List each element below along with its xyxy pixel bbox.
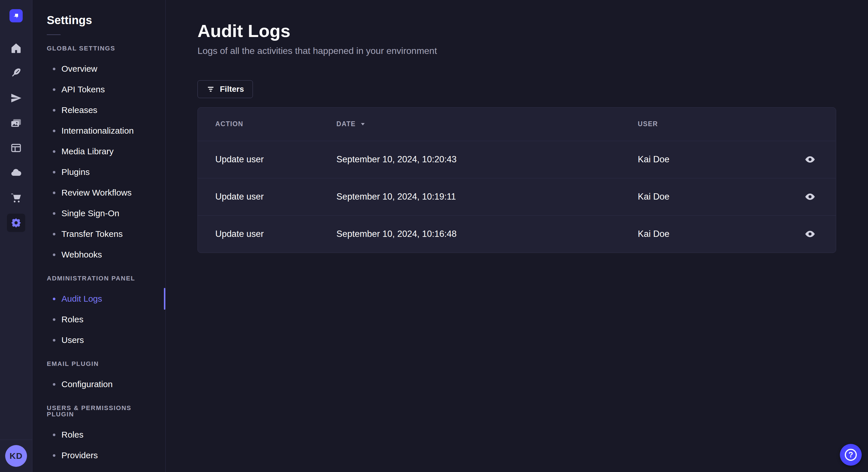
sidebar-item-label: Releases <box>61 105 97 115</box>
cell-actions <box>784 178 836 215</box>
content-manager-icon[interactable] <box>7 64 25 82</box>
nav-list: OverviewAPI TokensReleasesInternationali… <box>32 59 165 265</box>
page-title: Audit Logs <box>197 21 868 41</box>
nav-list: Configuration <box>32 374 165 395</box>
table-row[interactable]: Update userSeptember 10, 2024, 10:19:11K… <box>198 178 836 215</box>
bullet-icon <box>53 318 55 321</box>
bullet-icon <box>53 339 55 341</box>
bullet-icon <box>53 233 55 235</box>
sidebar-item-internationalization[interactable]: Internationalization <box>32 121 165 141</box>
filters-button[interactable]: Filters <box>197 80 253 98</box>
sidebar-item-roles[interactable]: Roles <box>32 309 165 330</box>
sidebar-item-label: Single Sign-On <box>61 208 119 218</box>
sidebar-item-label: Roles <box>61 314 84 324</box>
bullet-icon <box>53 454 55 457</box>
view-log-button[interactable] <box>802 151 818 167</box>
nav-list: Audit LogsRolesUsers <box>32 289 165 350</box>
table-row[interactable]: Update userSeptember 10, 2024, 10:16:48K… <box>198 215 836 252</box>
sidebar-item-label: Roles <box>61 430 84 440</box>
strapi-glyph-icon <box>12 12 20 20</box>
settings-gear-icon[interactable] <box>7 214 25 232</box>
releases-icon[interactable] <box>7 89 25 107</box>
sidebar-item-api-tokens[interactable]: API Tokens <box>32 79 165 100</box>
view-log-button[interactable] <box>802 189 818 205</box>
bullet-icon <box>53 130 55 132</box>
bullet-icon <box>53 171 55 173</box>
sidebar-item-label: Configuration <box>61 379 113 389</box>
nav-section-label-global-settings: GLOBAL SETTINGS <box>47 45 151 52</box>
audit-logs-table-card: ACTION DATE USER Update userSeptember 10… <box>197 107 836 253</box>
sidebar-item-releases[interactable]: Releases <box>32 100 165 121</box>
settings-sub-nav: Settings GLOBAL SETTINGSOverviewAPI Toke… <box>32 0 166 472</box>
filters-button-label: Filters <box>220 85 244 94</box>
sidebar-item-overview[interactable]: Overview <box>32 59 165 79</box>
sidebar-item-label: Media Library <box>61 146 114 156</box>
sidebar-item-providers[interactable]: Providers <box>32 445 165 466</box>
sidebar-item-label: Internationalization <box>61 126 134 136</box>
column-header-date[interactable]: DATE <box>336 107 638 141</box>
bullet-icon <box>53 434 55 436</box>
sidebar-item-media-library[interactable]: Media Library <box>32 141 165 162</box>
bullet-icon <box>53 298 55 300</box>
eye-icon <box>805 229 815 239</box>
sidebar-item-review-workflows[interactable]: Review Workflows <box>32 182 165 203</box>
user-avatar[interactable]: KD <box>5 445 27 467</box>
sidebar-item-label: Webhooks <box>61 250 102 260</box>
bullet-icon <box>53 68 55 70</box>
sidebar-item-single-sign-on[interactable]: Single Sign-On <box>32 203 165 224</box>
sidebar-sections: GLOBAL SETTINGSOverviewAPI TokensRelease… <box>32 45 165 466</box>
sidebar-item-transfer-tokens[interactable]: Transfer Tokens <box>32 224 165 244</box>
media-library-icon[interactable] <box>7 114 25 132</box>
strapi-logo[interactable] <box>9 9 23 22</box>
main-content: Audit Logs Logs of all the activities th… <box>166 0 868 472</box>
cloud-icon[interactable] <box>7 164 25 182</box>
sidebar-item-label: Transfer Tokens <box>61 229 123 239</box>
cell-user: Kai Doe <box>638 178 784 215</box>
nav-section-label-administration-panel: ADMINISTRATION PANEL <box>47 275 151 281</box>
sidebar-item-label: Providers <box>61 450 98 460</box>
audit-logs-table: ACTION DATE USER Update userSeptember 10… <box>198 107 836 252</box>
sidebar-item-label: Overview <box>61 64 97 74</box>
cell-date: September 10, 2024, 10:16:48 <box>336 215 638 252</box>
column-header-user: USER <box>638 107 784 141</box>
marketplace-cart-icon[interactable] <box>7 189 25 207</box>
bullet-icon <box>53 212 55 215</box>
sidebar-item-label: Users <box>61 335 84 345</box>
cell-action: Update user <box>198 141 336 178</box>
rail-bottom: KD <box>0 440 32 472</box>
bullet-icon <box>53 192 55 194</box>
sort-desc-icon <box>360 121 366 127</box>
help-question-icon: ? <box>845 449 857 461</box>
sidebar-item-roles[interactable]: Roles <box>32 425 165 445</box>
column-header-actions <box>784 107 836 141</box>
sidebar-item-users[interactable]: Users <box>32 330 165 350</box>
cell-date: September 10, 2024, 10:19:11 <box>336 178 638 215</box>
cell-date: September 10, 2024, 10:20:43 <box>336 141 638 178</box>
eye-icon <box>805 154 815 165</box>
sidebar-item-webhooks[interactable]: Webhooks <box>32 244 165 265</box>
bullet-icon <box>53 254 55 256</box>
sidebar-item-label: Audit Logs <box>61 294 102 304</box>
view-log-button[interactable] <box>802 226 818 242</box>
home-icon[interactable] <box>7 39 25 57</box>
sidebar-item-configuration[interactable]: Configuration <box>32 374 165 395</box>
filter-icon <box>206 85 215 94</box>
sidebar-item-label: API Tokens <box>61 85 105 94</box>
rail-divider <box>0 440 32 440</box>
sidebar-item-label: Review Workflows <box>61 188 132 198</box>
page-subtitle: Logs of all the activities that happened… <box>197 45 868 56</box>
cell-action: Update user <box>198 215 336 252</box>
nav-section-label-users-permissions-plugin: USERS & PERMISSIONS PLUGIN <box>47 405 151 417</box>
rail-icon-list <box>7 39 25 232</box>
nav-list: RolesProviders <box>32 425 165 466</box>
table-row[interactable]: Update userSeptember 10, 2024, 10:20:43K… <box>198 141 836 178</box>
column-header-action: ACTION <box>198 107 336 141</box>
help-button[interactable]: ? <box>840 444 862 466</box>
content-type-builder-icon[interactable] <box>7 139 25 157</box>
table-header-row: ACTION DATE USER <box>198 107 836 141</box>
cell-action: Update user <box>198 178 336 215</box>
sidebar-item-audit-logs[interactable]: Audit Logs <box>32 289 165 309</box>
nav-section-label-email-plugin: EMAIL PLUGIN <box>47 361 151 367</box>
sidebar-title: Settings <box>47 13 165 27</box>
sidebar-item-plugins[interactable]: Plugins <box>32 162 165 182</box>
